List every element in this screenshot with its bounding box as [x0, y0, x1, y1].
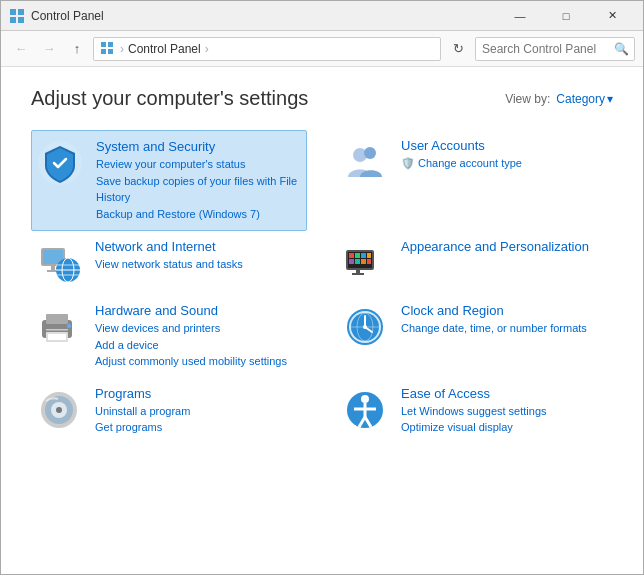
app-icon	[9, 8, 25, 24]
main-content: Adjust your computer's settings View by:…	[1, 67, 643, 464]
view-by-label: View by:	[505, 92, 550, 106]
svg-rect-2	[10, 17, 16, 23]
refresh-button[interactable]: ↻	[445, 37, 471, 61]
svg-rect-29	[367, 259, 371, 264]
svg-rect-0	[10, 9, 16, 15]
system-security-text: System and Security Review your computer…	[96, 139, 302, 222]
programs-icon	[35, 386, 83, 434]
category-user-accounts[interactable]: User Accounts 🛡️ Change account type	[337, 130, 613, 231]
category-programs[interactable]: Programs Uninstall a program Get program…	[31, 378, 307, 444]
svg-rect-5	[108, 42, 113, 47]
appearance-personalization-icon	[341, 239, 389, 287]
svg-rect-4	[101, 42, 106, 47]
address-separator: ›	[120, 42, 124, 56]
svg-rect-7	[108, 49, 113, 54]
programs-title[interactable]: Programs	[95, 386, 303, 401]
clock-region-icon	[341, 303, 389, 351]
chevron-down-icon: ▾	[607, 92, 613, 106]
appearance-personalization-title[interactable]: Appearance and Personalization	[401, 239, 609, 254]
view-by-control: View by: Category ▾	[505, 92, 613, 106]
view-by-value[interactable]: Category ▾	[556, 92, 613, 106]
hardware-sound-link-3[interactable]: Adjust commonly used mobility settings	[95, 353, 303, 370]
title-bar: Control Panel — □ ✕	[1, 1, 643, 31]
clock-region-text: Clock and Region Change date, time, or n…	[401, 303, 609, 337]
svg-rect-28	[361, 259, 366, 264]
system-security-link-1[interactable]: Review your computer's status	[96, 156, 302, 173]
svg-rect-27	[355, 259, 360, 264]
hardware-sound-link-2[interactable]: Add a device	[95, 337, 303, 354]
network-internet-text: Network and Internet View network status…	[95, 239, 303, 273]
svg-rect-1	[18, 9, 24, 15]
clock-region-link-1[interactable]: Change date, time, or number formats	[401, 320, 609, 337]
window-controls: — □ ✕	[497, 1, 635, 31]
user-accounts-text: User Accounts 🛡️ Change account type	[401, 138, 609, 172]
user-accounts-icon	[341, 138, 389, 186]
category-ease-of-access[interactable]: Ease of Access Let Windows suggest setti…	[337, 378, 613, 444]
hardware-sound-text: Hardware and Sound View devices and prin…	[95, 303, 303, 370]
maximize-button[interactable]: □	[543, 1, 589, 31]
up-button[interactable]: ↑	[65, 37, 89, 61]
hardware-sound-title[interactable]: Hardware and Sound	[95, 303, 303, 318]
address-bar: ← → ↑ › Control Panel › ↻ 🔍	[1, 31, 643, 67]
ease-of-access-link-1[interactable]: Let Windows suggest settings	[401, 403, 609, 420]
close-button[interactable]: ✕	[589, 1, 635, 31]
svg-point-51	[361, 395, 369, 403]
svg-rect-3	[18, 17, 24, 23]
network-internet-link-1[interactable]: View network status and tasks	[95, 256, 303, 273]
svg-point-36	[67, 324, 71, 328]
ease-of-access-text: Ease of Access Let Windows suggest setti…	[401, 386, 609, 436]
category-clock-region[interactable]: Clock and Region Change date, time, or n…	[337, 295, 613, 378]
ease-of-access-icon	[341, 386, 389, 434]
svg-point-49	[56, 407, 62, 413]
search-wrapper: 🔍	[475, 37, 635, 61]
network-internet-title[interactable]: Network and Internet	[95, 239, 303, 254]
user-accounts-title[interactable]: User Accounts	[401, 138, 609, 153]
address-path-text: Control Panel	[128, 42, 201, 56]
address-separator2: ›	[205, 42, 209, 56]
ease-of-access-link-2[interactable]: Optimize visual display	[401, 419, 609, 436]
programs-link-1[interactable]: Uninstall a program	[95, 403, 303, 420]
network-internet-icon	[35, 239, 83, 287]
page-header: Adjust your computer's settings View by:…	[31, 87, 613, 110]
system-security-link-3[interactable]: Backup and Restore (Windows 7)	[96, 206, 302, 223]
categories-grid: System and Security Review your computer…	[31, 130, 613, 444]
shield-icon: 🛡️	[401, 157, 415, 170]
svg-rect-25	[367, 253, 371, 258]
category-system-security[interactable]: System and Security Review your computer…	[31, 130, 307, 231]
category-hardware-sound[interactable]: Hardware and Sound View devices and prin…	[31, 295, 307, 378]
category-network-internet[interactable]: Network and Internet View network status…	[31, 231, 307, 295]
svg-rect-23	[355, 253, 360, 258]
svg-rect-33	[46, 314, 68, 324]
svg-rect-13	[51, 266, 55, 270]
svg-rect-35	[48, 334, 66, 340]
user-accounts-link-1[interactable]: Change account type	[418, 155, 522, 172]
svg-rect-6	[101, 49, 106, 54]
minimize-button[interactable]: —	[497, 1, 543, 31]
address-path[interactable]: › Control Panel ›	[93, 37, 441, 61]
svg-rect-30	[356, 270, 360, 273]
svg-rect-24	[361, 253, 366, 258]
programs-text: Programs Uninstall a program Get program…	[95, 386, 303, 436]
clock-region-title[interactable]: Clock and Region	[401, 303, 609, 318]
hardware-sound-icon	[35, 303, 83, 351]
forward-button[interactable]: →	[37, 37, 61, 61]
svg-point-10	[364, 147, 376, 159]
svg-rect-37	[46, 329, 68, 331]
hardware-sound-link-1[interactable]: View devices and printers	[95, 320, 303, 337]
ease-of-access-title[interactable]: Ease of Access	[401, 386, 609, 401]
svg-rect-22	[349, 253, 354, 258]
system-security-link-2[interactable]: Save backup copies of your files with Fi…	[96, 173, 302, 206]
page-title: Adjust your computer's settings	[31, 87, 308, 110]
svg-rect-26	[349, 259, 354, 264]
system-security-icon	[36, 139, 84, 187]
system-security-title[interactable]: System and Security	[96, 139, 302, 154]
programs-link-2[interactable]: Get programs	[95, 419, 303, 436]
search-input[interactable]	[475, 37, 635, 61]
category-appearance-personalization[interactable]: Appearance and Personalization	[337, 231, 613, 295]
svg-rect-31	[352, 273, 364, 275]
window-title: Control Panel	[31, 9, 497, 23]
back-button[interactable]: ←	[9, 37, 33, 61]
appearance-personalization-text: Appearance and Personalization	[401, 239, 609, 256]
